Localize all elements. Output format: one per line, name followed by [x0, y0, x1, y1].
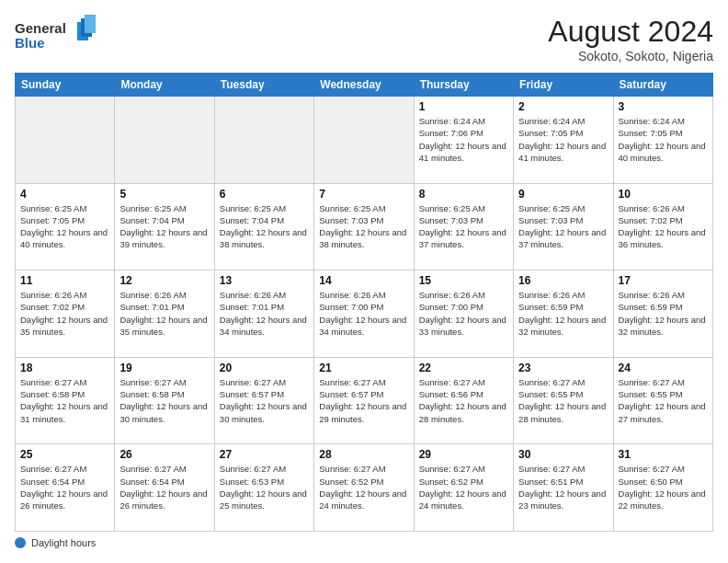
day-cell: 23Sunrise: 6:27 AMSunset: 6:55 PMDayligh…: [514, 357, 613, 444]
week-row-1: 1Sunrise: 6:24 AMSunset: 7:06 PMDaylight…: [16, 97, 713, 184]
day-cell: 19Sunrise: 6:27 AMSunset: 6:58 PMDayligh…: [115, 357, 214, 444]
day-cell: 28Sunrise: 6:27 AMSunset: 6:52 PMDayligh…: [314, 444, 414, 532]
month-year: August 2024: [548, 15, 713, 49]
day-number: 14: [319, 274, 408, 287]
day-cell: 7Sunrise: 6:25 AMSunset: 7:03 PMDaylight…: [314, 183, 414, 270]
title-area: August 2024 Sokoto, Sokoto, Nigeria: [548, 15, 713, 63]
week-row-4: 18Sunrise: 6:27 AMSunset: 6:58 PMDayligh…: [16, 357, 713, 444]
day-number: 10: [619, 188, 708, 201]
day-cell: 29Sunrise: 6:27 AMSunset: 6:52 PMDayligh…: [414, 444, 513, 532]
day-number: 29: [419, 448, 508, 461]
day-info: Sunrise: 6:27 AMSunset: 6:55 PMDaylight:…: [518, 376, 608, 425]
day-number: 30: [518, 448, 608, 461]
day-number: 3: [619, 100, 708, 113]
day-cell: 20Sunrise: 6:27 AMSunset: 6:57 PMDayligh…: [214, 357, 313, 444]
day-info: Sunrise: 6:24 AMSunset: 7:05 PMDaylight:…: [518, 115, 608, 164]
day-number: 7: [319, 188, 408, 201]
svg-marker-4: [85, 15, 96, 33]
day-number: 9: [518, 188, 608, 201]
calendar-table: SundayMondayTuesdayWednesdayThursdayFrid…: [15, 73, 713, 532]
footer: Daylight hours: [15, 537, 713, 548]
day-cell: 4Sunrise: 6:25 AMSunset: 7:05 PMDaylight…: [16, 183, 115, 270]
day-cell: [115, 97, 214, 184]
header: General Blue August 2024 Sokoto, Sokoto,…: [15, 15, 713, 63]
day-number: 27: [220, 448, 309, 461]
day-info: Sunrise: 6:26 AMSunset: 7:00 PMDaylight:…: [419, 289, 508, 338]
day-info: Sunrise: 6:27 AMSunset: 6:57 PMDaylight:…: [220, 376, 309, 425]
day-info: Sunrise: 6:26 AMSunset: 7:02 PMDaylight:…: [20, 289, 109, 338]
day-number: 5: [119, 188, 209, 201]
day-cell: 6Sunrise: 6:25 AMSunset: 7:04 PMDaylight…: [214, 183, 313, 270]
day-cell: [314, 97, 414, 184]
col-header-tuesday: Tuesday: [214, 74, 313, 97]
week-row-3: 11Sunrise: 6:26 AMSunset: 7:02 PMDayligh…: [16, 270, 713, 358]
day-number: 15: [419, 274, 508, 287]
day-number: 31: [619, 448, 708, 461]
day-number: 28: [319, 448, 408, 461]
day-number: 22: [419, 362, 508, 374]
day-number: 12: [119, 274, 209, 287]
day-info: Sunrise: 6:27 AMSunset: 6:58 PMDaylight:…: [20, 376, 109, 425]
day-info: Sunrise: 6:27 AMSunset: 6:56 PMDaylight:…: [419, 376, 508, 425]
day-number: 16: [518, 274, 608, 287]
day-info: Sunrise: 6:24 AMSunset: 7:06 PMDaylight:…: [419, 115, 508, 164]
day-cell: 27Sunrise: 6:27 AMSunset: 6:53 PMDayligh…: [214, 444, 313, 532]
day-cell: 12Sunrise: 6:26 AMSunset: 7:01 PMDayligh…: [115, 270, 214, 358]
day-info: Sunrise: 6:25 AMSunset: 7:03 PMDaylight:…: [419, 202, 508, 251]
day-cell: 11Sunrise: 6:26 AMSunset: 7:02 PMDayligh…: [16, 270, 115, 358]
day-cell: 14Sunrise: 6:26 AMSunset: 7:00 PMDayligh…: [314, 270, 414, 358]
page: General Blue August 2024 Sokoto, Sokoto,…: [0, 0, 728, 563]
day-info: Sunrise: 6:27 AMSunset: 6:52 PMDaylight:…: [419, 463, 508, 511]
day-cell: [214, 97, 313, 184]
day-cell: 30Sunrise: 6:27 AMSunset: 6:51 PMDayligh…: [514, 444, 613, 532]
day-info: Sunrise: 6:25 AMSunset: 7:04 PMDaylight:…: [119, 202, 209, 251]
day-info: Sunrise: 6:27 AMSunset: 6:54 PMDaylight:…: [119, 463, 209, 511]
day-cell: 17Sunrise: 6:26 AMSunset: 6:59 PMDayligh…: [613, 270, 712, 358]
day-cell: 31Sunrise: 6:27 AMSunset: 6:50 PMDayligh…: [613, 444, 712, 532]
day-info: Sunrise: 6:26 AMSunset: 7:02 PMDaylight:…: [619, 202, 708, 251]
day-info: Sunrise: 6:27 AMSunset: 6:58 PMDaylight:…: [119, 376, 209, 425]
week-row-2: 4Sunrise: 6:25 AMSunset: 7:05 PMDaylight…: [16, 183, 713, 270]
day-info: Sunrise: 6:26 AMSunset: 7:00 PMDaylight:…: [319, 289, 408, 338]
col-header-sunday: Sunday: [16, 74, 115, 97]
day-info: Sunrise: 6:24 AMSunset: 7:05 PMDaylight:…: [619, 115, 708, 164]
day-number: 23: [518, 362, 608, 374]
day-cell: 25Sunrise: 6:27 AMSunset: 6:54 PMDayligh…: [16, 444, 115, 532]
day-cell: 22Sunrise: 6:27 AMSunset: 6:56 PMDayligh…: [414, 357, 513, 444]
day-cell: 1Sunrise: 6:24 AMSunset: 7:06 PMDaylight…: [414, 97, 513, 184]
daylight-icon: [15, 537, 26, 548]
day-number: 25: [20, 448, 109, 461]
day-cell: 5Sunrise: 6:25 AMSunset: 7:04 PMDaylight…: [115, 183, 214, 270]
logo: General Blue: [15, 15, 97, 60]
day-info: Sunrise: 6:25 AMSunset: 7:05 PMDaylight:…: [20, 202, 109, 251]
footer-label: Daylight hours: [31, 537, 96, 548]
day-cell: 9Sunrise: 6:25 AMSunset: 7:03 PMDaylight…: [514, 183, 613, 270]
day-cell: 26Sunrise: 6:27 AMSunset: 6:54 PMDayligh…: [115, 444, 214, 532]
day-number: 18: [20, 362, 109, 374]
day-number: 26: [119, 448, 209, 461]
day-cell: 18Sunrise: 6:27 AMSunset: 6:58 PMDayligh…: [16, 357, 115, 444]
logo-area: General Blue: [15, 15, 97, 60]
day-number: 8: [419, 188, 508, 201]
day-info: Sunrise: 6:27 AMSunset: 6:54 PMDaylight:…: [20, 463, 109, 511]
day-info: Sunrise: 6:26 AMSunset: 7:01 PMDaylight:…: [119, 289, 209, 338]
day-number: 19: [119, 362, 209, 374]
day-info: Sunrise: 6:25 AMSunset: 7:04 PMDaylight:…: [220, 202, 309, 251]
col-header-saturday: Saturday: [613, 74, 712, 97]
day-info: Sunrise: 6:26 AMSunset: 6:59 PMDaylight:…: [518, 289, 608, 338]
day-number: 17: [619, 274, 708, 287]
day-number: 6: [220, 188, 309, 201]
day-cell: 24Sunrise: 6:27 AMSunset: 6:55 PMDayligh…: [613, 357, 712, 444]
svg-text:General: General: [15, 20, 66, 36]
day-number: 4: [20, 188, 109, 201]
day-number: 13: [220, 274, 309, 287]
day-info: Sunrise: 6:27 AMSunset: 6:51 PMDaylight:…: [518, 463, 608, 511]
day-info: Sunrise: 6:27 AMSunset: 6:55 PMDaylight:…: [619, 376, 708, 425]
day-info: Sunrise: 6:25 AMSunset: 7:03 PMDaylight:…: [518, 202, 608, 251]
day-info: Sunrise: 6:27 AMSunset: 6:50 PMDaylight:…: [619, 463, 708, 511]
day-cell: 10Sunrise: 6:26 AMSunset: 7:02 PMDayligh…: [613, 183, 712, 270]
col-header-monday: Monday: [115, 74, 214, 97]
col-header-friday: Friday: [514, 74, 613, 97]
day-info: Sunrise: 6:26 AMSunset: 6:59 PMDaylight:…: [619, 289, 708, 338]
day-number: 24: [619, 362, 708, 374]
